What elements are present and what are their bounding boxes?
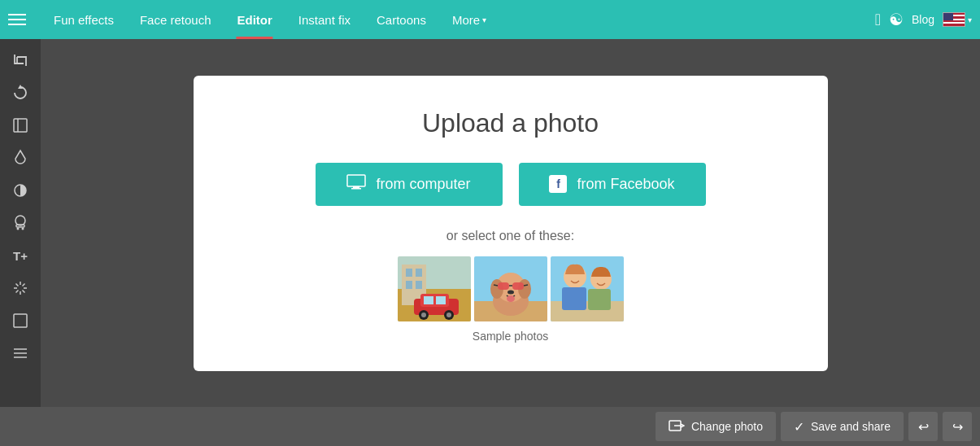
save-share-button[interactable]: ✓ Save and share	[781, 412, 904, 441]
nav-instant-fix[interactable]: Instant fix	[285, 0, 364, 39]
svg-rect-34	[424, 296, 433, 304]
svg-rect-22	[347, 175, 365, 186]
language-selector[interactable]: ▾	[943, 12, 972, 27]
monitor-icon	[346, 174, 366, 195]
svg-rect-54	[551, 301, 624, 321]
svg-line-50	[524, 285, 528, 286]
upload-modal: Upload a photo from computer f from	[194, 76, 828, 371]
color-drop-tool[interactable]	[4, 143, 37, 173]
svg-rect-46	[498, 282, 509, 290]
svg-rect-35	[436, 296, 446, 304]
frame-tool[interactable]	[4, 306, 37, 335]
nav-cartoons[interactable]: Cartoons	[364, 0, 439, 39]
svg-rect-58	[588, 289, 611, 310]
nav-more[interactable]: More ▾	[439, 0, 499, 39]
from-computer-button[interactable]: from computer	[316, 163, 503, 206]
android-icon[interactable]: ☯	[889, 10, 904, 29]
us-flag-icon	[943, 12, 965, 27]
effects-tool[interactable]	[4, 273, 37, 303]
nav-face-retouch[interactable]: Face retouch	[127, 0, 224, 39]
upload-buttons: from computer f from Facebook	[316, 163, 706, 206]
change-photo-label: Change photo	[691, 420, 763, 433]
sample-photo-2[interactable]	[474, 256, 547, 321]
svg-point-37	[421, 313, 426, 317]
svg-point-39	[446, 313, 451, 317]
from-facebook-button[interactable]: f from Facebook	[519, 163, 706, 206]
svg-point-51	[507, 290, 514, 294]
nav-editor[interactable]: Editor	[224, 0, 285, 39]
upload-title: Upload a photo	[422, 108, 599, 138]
canvas-area: Upload a photo from computer f from	[41, 39, 980, 407]
apple-icon[interactable]: 	[875, 11, 881, 29]
svg-rect-23	[353, 186, 359, 188]
svg-rect-31	[416, 281, 422, 289]
svg-rect-56	[562, 287, 586, 310]
facebook-icon: f	[549, 175, 567, 193]
contrast-tool[interactable]	[4, 176, 37, 205]
crop-tool[interactable]	[4, 46, 37, 75]
svg-rect-47	[512, 282, 524, 290]
nav-fun-effects[interactable]: Fun effects	[41, 0, 127, 39]
bottom-bar: Change photo ✓ Save and share ↩ ↪	[0, 407, 980, 446]
sample-photo-1[interactable]	[398, 256, 471, 321]
main-area: T+	[0, 39, 980, 407]
rotate-tool[interactable]	[4, 78, 37, 107]
undo-button[interactable]: ↩	[908, 412, 938, 441]
svg-line-17	[16, 291, 19, 293]
menu-button[interactable]	[8, 14, 26, 25]
blog-link[interactable]: Blog	[912, 13, 934, 26]
svg-rect-30	[406, 281, 412, 289]
svg-rect-24	[351, 188, 361, 190]
left-sidebar: T+	[0, 39, 41, 407]
svg-line-15	[23, 291, 25, 293]
nav-right:  ☯ Blog ▾	[875, 10, 972, 29]
change-photo-icon	[669, 418, 685, 436]
svg-line-14	[16, 284, 19, 286]
layers-tool[interactable]	[4, 339, 37, 368]
more-dropdown-arrow: ▾	[482, 15, 486, 24]
nav-items: Fun effects Face retouch Editor Instant …	[41, 0, 875, 39]
svg-line-16	[23, 284, 25, 286]
svg-point-6	[15, 216, 25, 225]
svg-rect-28	[406, 269, 412, 277]
redo-icon: ↪	[952, 419, 963, 435]
topnav: Fun effects Face retouch Editor Instant …	[0, 0, 980, 39]
from-computer-label: from computer	[376, 176, 470, 193]
sample-photo-3[interactable]	[551, 256, 624, 321]
undo-icon: ↩	[918, 419, 929, 435]
svg-rect-18	[14, 314, 27, 327]
flag-dropdown-arrow: ▾	[968, 15, 972, 24]
save-share-label: Save and share	[811, 420, 891, 433]
brightness-tool[interactable]	[4, 111, 37, 140]
svg-point-52	[507, 295, 515, 302]
svg-point-9	[22, 228, 24, 230]
svg-rect-29	[416, 269, 422, 277]
svg-line-49	[494, 285, 498, 286]
change-photo-button[interactable]: Change photo	[656, 412, 776, 441]
sample-photos	[398, 256, 624, 321]
sample-photos-label: Sample photos	[473, 330, 548, 343]
text-tool-label: T+	[13, 249, 28, 263]
checkmark-icon: ✓	[794, 419, 804, 435]
svg-rect-3	[14, 119, 27, 132]
sticker-tool[interactable]	[4, 208, 37, 238]
or-select-text: or select one of these:	[446, 229, 574, 243]
redo-button[interactable]: ↪	[943, 412, 972, 441]
from-facebook-label: from Facebook	[577, 176, 674, 193]
svg-point-8	[17, 228, 20, 230]
text-tool[interactable]: T+	[4, 241, 37, 270]
